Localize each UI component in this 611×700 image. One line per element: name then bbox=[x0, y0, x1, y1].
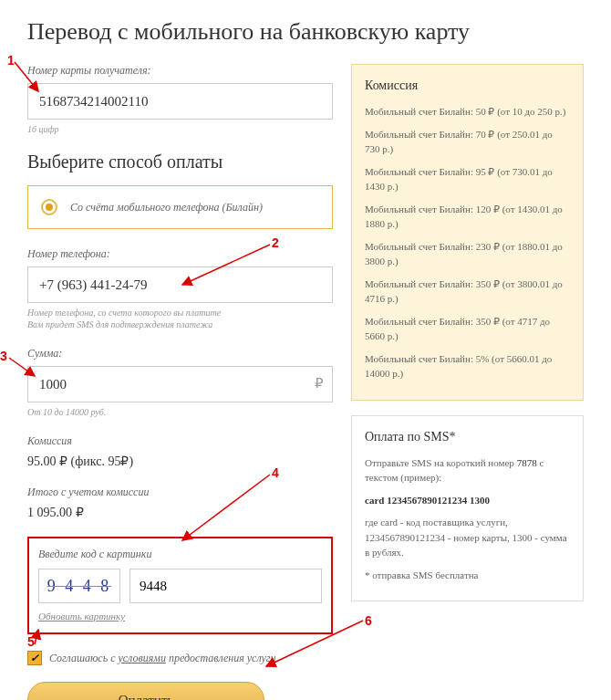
commission-label: Комиссия bbox=[27, 434, 333, 448]
captcha-box: Введите код с картинки 9 4 4 8 Обновить … bbox=[27, 537, 333, 634]
agree-text: Соглашаюсь с условиями предоставления ус… bbox=[49, 652, 276, 665]
amount-hint: От 10 до 14000 руб. bbox=[27, 406, 333, 418]
card-label: Номер карты получателя: bbox=[27, 64, 333, 78]
annotation-2: 2 bbox=[272, 235, 279, 250]
sms-box: Оплата по SMS* Отправьте SMS на короткий… bbox=[351, 415, 584, 602]
sms-box-title: Оплата по SMS* bbox=[365, 427, 570, 446]
page-title: Перевод с мобильного на банковскую карту bbox=[27, 18, 584, 46]
card-input[interactable] bbox=[27, 83, 333, 120]
commission-value: 95.00 ₽ (фикс. 95₽) bbox=[27, 454, 333, 469]
commission-item: Мобильный счет Билайн: 50 ₽ (от 10 до 25… bbox=[365, 104, 570, 120]
annotation-5: 5 bbox=[27, 634, 35, 649]
agree-row[interactable]: ✓ Соглашаюсь с условиями предоставления … bbox=[27, 651, 333, 665]
agree-checkbox[interactable]: ✓ bbox=[27, 651, 42, 665]
total-label: Итого с учетом комиссии bbox=[27, 486, 333, 499]
sms-line1: Отправьте SMS на короткий номер 7878 с т… bbox=[365, 455, 570, 486]
commission-item: Мобильный счет Билайн: 120 ₽ (от 1430.01… bbox=[365, 202, 570, 232]
amount-label: Сумма: bbox=[27, 347, 333, 360]
annotation-4: 4 bbox=[272, 465, 279, 480]
terms-link[interactable]: условиями bbox=[118, 652, 165, 664]
payment-method-option[interactable]: Со счёта мобильного телефона (Билайн) bbox=[27, 185, 333, 229]
payment-method-label: Со счёта мобильного телефона (Билайн) bbox=[70, 201, 263, 214]
phone-input[interactable] bbox=[27, 266, 333, 303]
captcha-input[interactable] bbox=[129, 569, 322, 603]
currency-symbol: ₽ bbox=[315, 375, 324, 392]
annotation-1: 1 bbox=[7, 53, 15, 68]
commission-item: Мобильный счет Билайн: 5% (от 5660.01 до… bbox=[365, 351, 570, 381]
commission-item: Мобильный счет Билайн: 350 ₽ (от 4717 до… bbox=[365, 314, 570, 344]
commission-item: Мобильный счет Билайн: 70 ₽ (от 250.01 д… bbox=[365, 127, 570, 157]
phone-hint: Номер телефона, со счета которого вы пла… bbox=[27, 307, 333, 330]
sms-line2: где card - код поставщика услуги, 123456… bbox=[365, 515, 570, 560]
pay-button[interactable]: Оплатить bbox=[27, 682, 264, 700]
annotation-6: 6 bbox=[365, 613, 372, 628]
radio-icon bbox=[41, 199, 57, 215]
captcha-label: Введите код с картинки bbox=[38, 548, 322, 561]
captcha-image: 9 4 4 8 bbox=[38, 569, 120, 603]
annotation-3: 3 bbox=[0, 349, 7, 363]
commission-item: Мобильный счет Билайн: 95 ₽ (от 730.01 д… bbox=[365, 164, 570, 194]
phone-label: Номер телефона: bbox=[27, 247, 333, 261]
sms-example: card 1234567890121234 1300 bbox=[365, 493, 570, 508]
commission-box: Комиссия Мобильный счет Билайн: 50 ₽ (от… bbox=[351, 64, 584, 401]
sms-line3: * отправка SMS бесплатна bbox=[365, 568, 570, 583]
total-value: 1 095.00 ₽ bbox=[27, 505, 333, 520]
payment-method-title: Выберите способ оплаты bbox=[27, 151, 333, 172]
commission-item: Мобильный счет Билайн: 350 ₽ (от 3800.01… bbox=[365, 277, 570, 307]
card-hint: 16 цифр bbox=[27, 123, 333, 135]
commission-item: Мобильный счет Билайн: 230 ₽ (от 1880.01… bbox=[365, 239, 570, 269]
commission-box-title: Комиссия bbox=[365, 76, 570, 95]
amount-input[interactable] bbox=[27, 366, 333, 402]
captcha-refresh-link[interactable]: Обновить картинку bbox=[38, 611, 125, 622]
